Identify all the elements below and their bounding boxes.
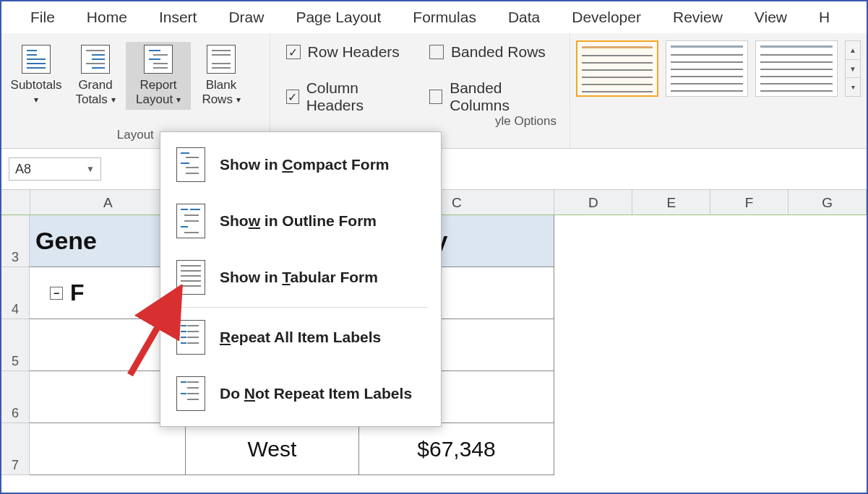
checkbox-icon — [429, 45, 444, 59]
tab-developer[interactable]: Developer — [556, 9, 657, 26]
banded-columns-checkbox[interactable]: Banded Columns — [429, 79, 554, 114]
banded-rows-checkbox[interactable]: Banded Rows — [429, 43, 554, 61]
cell-d3[interactable] — [554, 215, 632, 267]
report-layout-button[interactable]: Report Layout ▾ — [126, 42, 191, 110]
grand-totals-button[interactable]: Grand Totals ▾ — [66, 42, 124, 110]
row-header-7[interactable]: 7 — [1, 423, 30, 475]
tabular-form-icon — [176, 260, 205, 295]
cell-f4[interactable] — [710, 267, 788, 319]
cell-e7[interactable] — [632, 423, 710, 475]
cell-f5[interactable] — [710, 319, 788, 371]
style-gallery[interactable]: ▲ ▼ ▾ — [570, 33, 867, 97]
menu-no-repeat-labels[interactable]: Do Not Repeat Item Labels — [160, 365, 441, 422]
row-header-3[interactable]: 3 — [1, 215, 30, 267]
cell-d4[interactable] — [554, 267, 632, 319]
name-box[interactable]: A8▼ — [9, 157, 101, 181]
tab-formulas[interactable]: Formulas — [397, 9, 492, 26]
cell-d6[interactable] — [554, 371, 632, 423]
cell-b7[interactable]: West — [186, 423, 359, 475]
checkmark-icon: ✓ — [286, 45, 301, 59]
tab-view[interactable]: View — [739, 9, 803, 26]
report-layout-icon — [144, 45, 173, 74]
cell-e5[interactable] — [632, 319, 710, 371]
subtotals-icon — [22, 45, 51, 74]
menu-tabular-form[interactable]: Show in Tabular Form — [160, 249, 441, 306]
col-header-f[interactable]: F — [710, 190, 788, 214]
checkmark-icon: ✓ — [286, 90, 299, 104]
compact-form-icon — [176, 147, 205, 182]
select-all-corner[interactable] — [1, 190, 30, 214]
tab-review[interactable]: Review — [657, 9, 739, 26]
gallery-expand-icon[interactable]: ▾ — [846, 78, 860, 96]
tab-insert[interactable]: Insert — [143, 9, 213, 26]
checkbox-icon — [429, 90, 442, 104]
report-layout-menu: Show in Compact Form Show in Outline For… — [160, 131, 442, 427]
tab-file[interactable]: File — [14, 9, 71, 26]
ribbon-tabs: File Home Insert Draw Page Layout Formul… — [1, 1, 867, 33]
scroll-down-icon[interactable]: ▼ — [846, 60, 860, 79]
cell-g7[interactable] — [788, 423, 867, 475]
menu-repeat-labels[interactable]: Repeat All Item Labels — [160, 309, 441, 365]
subtotals-button[interactable]: Subtotals▾ — [7, 42, 65, 110]
cell-e6[interactable] — [632, 371, 710, 423]
menu-outline-form[interactable]: Show in Outline Form — [160, 193, 441, 249]
menu-compact-form[interactable]: Show in Compact Form — [160, 136, 441, 193]
cell-f3[interactable] — [710, 215, 788, 267]
tab-home[interactable]: Home — [71, 9, 143, 26]
cell-d5[interactable] — [554, 319, 632, 371]
blank-rows-button[interactable]: Blank Rows ▾ — [192, 42, 250, 110]
row-header-4[interactable]: 4 — [1, 267, 30, 319]
grand-totals-icon — [81, 45, 110, 74]
tab-more[interactable]: H — [803, 9, 846, 26]
col-header-g[interactable]: G — [788, 190, 867, 214]
col-header-e[interactable]: E — [632, 190, 710, 214]
style-swatch-1[interactable] — [576, 40, 658, 97]
outline-form-icon — [176, 204, 205, 238]
row-header-6[interactable]: 6 — [1, 371, 30, 423]
row-header-5[interactable]: 5 — [1, 319, 30, 371]
blank-rows-icon — [207, 45, 236, 74]
collapse-icon[interactable]: − — [50, 287, 63, 300]
col-header-d[interactable]: D — [554, 190, 632, 214]
style-swatch-3[interactable] — [755, 40, 838, 97]
style-swatch-2[interactable] — [666, 40, 748, 97]
no-repeat-labels-icon — [176, 376, 205, 411]
cell-f6[interactable] — [710, 371, 788, 423]
cell-a7[interactable] — [30, 423, 186, 475]
menu-separator — [173, 307, 428, 308]
cell-g5[interactable] — [788, 319, 867, 371]
chevron-down-icon[interactable]: ▼ — [86, 164, 95, 174]
cell-e3[interactable] — [632, 215, 710, 267]
tab-data[interactable]: Data — [492, 9, 556, 26]
cell-e4[interactable] — [632, 267, 710, 319]
repeat-labels-icon — [176, 320, 205, 355]
cell-g3[interactable] — [788, 215, 867, 267]
cell-g6[interactable] — [788, 371, 867, 423]
gallery-scroll[interactable]: ▲ ▼ ▾ — [845, 40, 861, 97]
tab-draw[interactable]: Draw — [212, 9, 280, 26]
cell-d7[interactable] — [554, 423, 632, 475]
tab-page-layout[interactable]: Page Layout — [280, 9, 397, 26]
cell-c7[interactable]: $67,348 — [359, 423, 554, 475]
scroll-up-icon[interactable]: ▲ — [846, 41, 860, 60]
column-headers-checkbox[interactable]: ✓Column Headers — [286, 79, 408, 114]
cell-g4[interactable] — [788, 267, 867, 319]
row-headers-checkbox[interactable]: ✓Row Headers — [286, 43, 408, 61]
cell-f7[interactable] — [710, 423, 788, 475]
